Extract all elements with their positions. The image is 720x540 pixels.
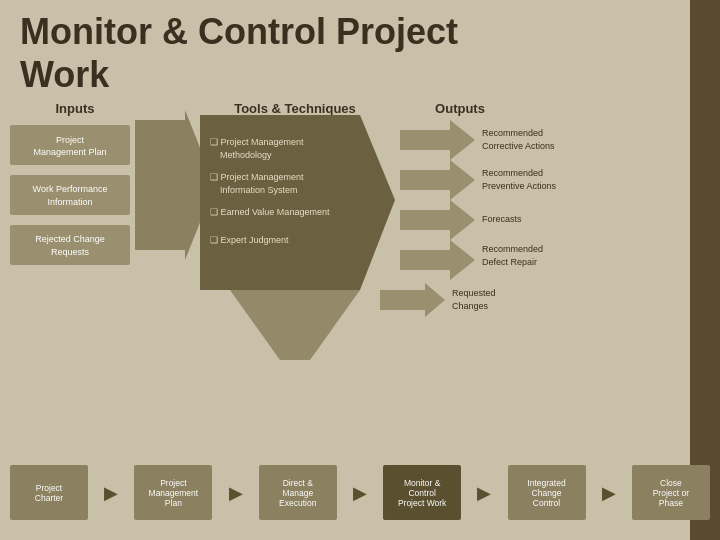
process-step-5: IntegratedChangeControl bbox=[508, 465, 586, 520]
step-label-6: CloseProject orPhase bbox=[653, 478, 689, 508]
output-label-1b: Corrective Actions bbox=[482, 141, 555, 151]
output-label-4a: Recommended bbox=[482, 244, 543, 254]
output-arrow-3 bbox=[400, 200, 475, 240]
process-arrow-4: ▶ bbox=[477, 482, 491, 504]
step-label-5: IntegratedChangeControl bbox=[527, 478, 565, 508]
output-label-4b: Defect Repair bbox=[482, 257, 537, 267]
output-arrow-1 bbox=[400, 120, 475, 160]
input-text-3a: Rejected Change bbox=[35, 234, 105, 244]
step-label-3: Direct &ManageExecution bbox=[279, 478, 316, 508]
diagram-svg: Inputs Tools & Techniques Outputs Projec… bbox=[0, 95, 690, 425]
output-label-5a: Requested bbox=[452, 288, 496, 298]
title-line2: Work bbox=[20, 54, 109, 95]
step-label-4: Monitor &ControlProject Work bbox=[398, 478, 447, 508]
output-arrow-2 bbox=[400, 160, 475, 200]
output-arrow-5 bbox=[380, 283, 445, 317]
output-label-2a: Recommended bbox=[482, 168, 543, 178]
process-arrow-2: ▶ bbox=[229, 482, 243, 504]
process-flow: ProjectCharter ▶ ProjectManagementPlan ▶… bbox=[10, 455, 710, 530]
process-step-4: Monitor &ControlProject Work bbox=[383, 465, 461, 520]
title-area: Monitor & Control Project Work bbox=[20, 10, 700, 96]
tools-item-1a: ❑ Project Management bbox=[210, 137, 304, 147]
process-arrow-5: ▶ bbox=[602, 482, 616, 504]
process-arrow-3: ▶ bbox=[353, 482, 367, 504]
title-line1: Monitor & Control Project bbox=[20, 11, 458, 52]
step-label-1: ProjectCharter bbox=[35, 483, 63, 503]
output-label-2b: Preventive Actions bbox=[482, 181, 557, 191]
input-text-2b: Information bbox=[47, 197, 92, 207]
input-text-1a: Project bbox=[56, 135, 85, 145]
input-box-2 bbox=[10, 175, 130, 215]
process-step-3: Direct &ManageExecution bbox=[259, 465, 337, 520]
input-box-1 bbox=[10, 125, 130, 165]
input-text-1b: Management Plan bbox=[33, 147, 106, 157]
output-label-5b: Changes bbox=[452, 301, 489, 311]
funnel-arrow bbox=[230, 290, 360, 360]
tools-item-3: ❑ Earned Value Management bbox=[210, 207, 330, 217]
tools-item-2b: Information System bbox=[220, 185, 298, 195]
tools-item-2a: ❑ Project Management bbox=[210, 172, 304, 182]
process-arrow-1: ▶ bbox=[104, 482, 118, 504]
main-container: Monitor & Control Project Work Inputs To… bbox=[0, 0, 720, 540]
step-label-2: ProjectManagementPlan bbox=[149, 478, 199, 508]
outputs-label: Outputs bbox=[435, 101, 485, 116]
inputs-label: Inputs bbox=[56, 101, 95, 116]
tools-item-4: ❑ Expert Judgment bbox=[210, 235, 289, 245]
output-label-1a: Recommended bbox=[482, 128, 543, 138]
process-step-6: CloseProject orPhase bbox=[632, 465, 710, 520]
output-arrow-4 bbox=[400, 240, 475, 280]
tools-label: Tools & Techniques bbox=[234, 101, 356, 116]
page-title: Monitor & Control Project Work bbox=[20, 10, 700, 96]
output-label-3: Forecasts bbox=[482, 214, 522, 224]
input-text-2a: Work Performance bbox=[33, 184, 108, 194]
process-step-2: ProjectManagementPlan bbox=[134, 465, 212, 520]
tools-item-1b: Methodology bbox=[220, 150, 272, 160]
input-text-3b: Requests bbox=[51, 247, 90, 257]
input-box-3 bbox=[10, 225, 130, 265]
process-step-1: ProjectCharter bbox=[10, 465, 88, 520]
